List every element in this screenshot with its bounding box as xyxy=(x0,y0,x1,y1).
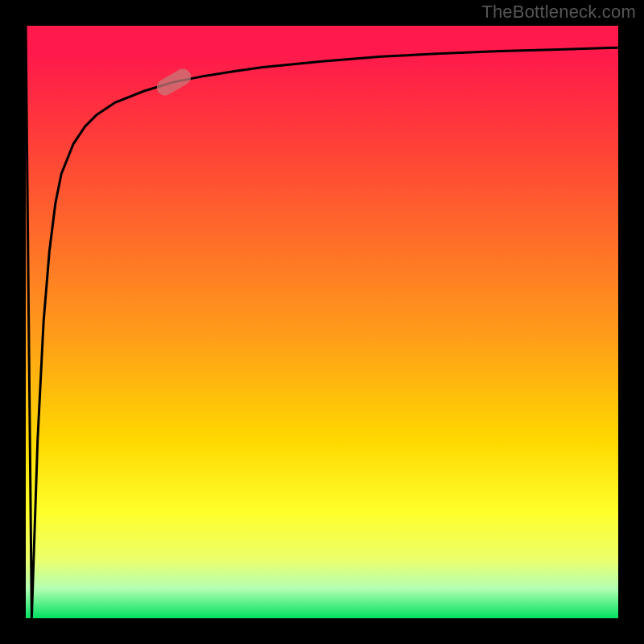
curve-layer xyxy=(26,26,618,618)
bottleneck-curve xyxy=(26,26,618,618)
plot-area xyxy=(26,26,618,618)
chart-container: TheBottleneck.com xyxy=(0,0,644,644)
attribution-text: TheBottleneck.com xyxy=(481,2,636,23)
